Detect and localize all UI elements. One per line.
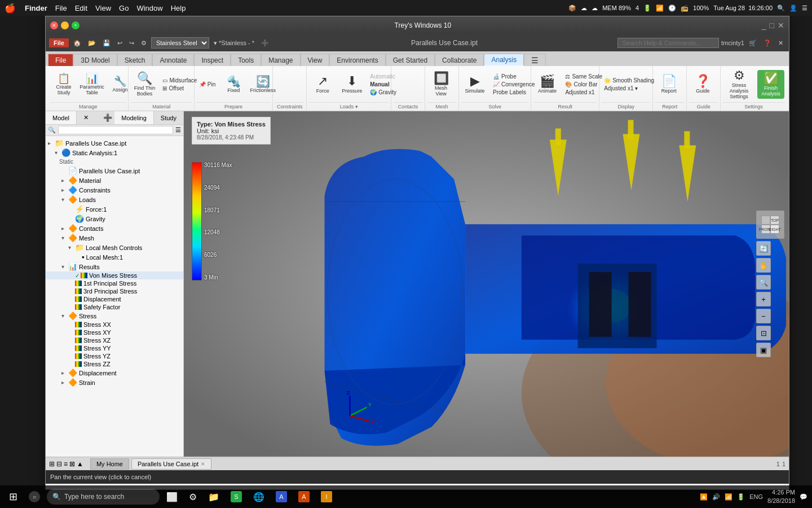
- volume-icon[interactable]: 🔊: [712, 493, 720, 501]
- zoom-out-btn[interactable]: −: [756, 309, 771, 323]
- cart-icon[interactable]: 🛒: [747, 38, 759, 48]
- orbit-btn[interactable]: 🔄: [756, 241, 771, 256]
- tab-file[interactable]: File: [48, 54, 73, 66]
- window-close-btn[interactable]: ✕: [50, 21, 58, 29]
- split-icon[interactable]: ⊠: [69, 460, 75, 468]
- pin-btn[interactable]: 📌 Pin: [197, 81, 218, 88]
- open-btn[interactable]: 📂: [86, 38, 98, 48]
- tree-results[interactable]: ▾ 📊 Results: [46, 262, 183, 271]
- 3d-viewport[interactable]: Y X Z Type: Von Mises Stress Unit: ksi 8…: [184, 111, 789, 457]
- tree-stress-yz[interactable]: Stress YZ: [46, 352, 183, 360]
- panel-search-input[interactable]: [58, 126, 173, 134]
- tree-displacement2[interactable]: ▸ 🔶 Displacement: [46, 368, 183, 378]
- help-search-input[interactable]: [617, 38, 719, 48]
- tab-myhome[interactable]: My Home: [90, 458, 129, 470]
- tree-von-mises[interactable]: ✓ Von Mises Stress: [46, 271, 183, 279]
- tree-3rd-principal[interactable]: 3rd Principal Stress: [46, 287, 183, 295]
- tree-stress-xy[interactable]: Stress XY: [46, 329, 183, 336]
- list-icon[interactable]: ≡: [64, 460, 68, 468]
- adjusted-btn[interactable]: Adjusted x1: [563, 89, 604, 96]
- find-thin-bodies-btn[interactable]: 🔍 Find ThinBodies: [131, 71, 158, 98]
- cortana-btn[interactable]: ○: [24, 488, 45, 506]
- menu-file[interactable]: File: [55, 4, 67, 12]
- add-btn[interactable]: ➕: [259, 38, 271, 48]
- taskbar-search[interactable]: 🔍 Type here to search: [47, 489, 160, 505]
- material-sub-select[interactable]: ▾ *Stainless - *: [211, 38, 257, 48]
- tab-tools[interactable]: Tools: [231, 54, 261, 66]
- battery-tray[interactable]: 🔋: [737, 493, 745, 501]
- panel-menu-icon[interactable]: ☰: [175, 126, 181, 134]
- tab-getstarted[interactable]: Get Started: [386, 54, 435, 66]
- cloud-icon[interactable]: ☁: [581, 5, 587, 12]
- force-btn[interactable]: ↗ Force: [309, 74, 336, 95]
- menu-go[interactable]: Go: [119, 4, 129, 12]
- win-restore-icon[interactable]: □: [770, 21, 774, 30]
- tree-stress-xz[interactable]: Stress XZ: [46, 336, 183, 344]
- tree-use-case-file[interactable]: 📄 Parallels Use Case.ipt: [46, 166, 183, 176]
- menu-window[interactable]: Window: [136, 4, 162, 12]
- window-close-x[interactable]: ✕: [776, 38, 785, 48]
- section-btn[interactable]: ▣: [756, 343, 771, 357]
- snagit-btn[interactable]: S: [226, 488, 246, 506]
- stress-analysis-settings-btn[interactable]: ⚙ Stress AnalysisSettings: [723, 68, 755, 100]
- tree-local-mesh1[interactable]: ▪ Local Mesh:1: [46, 252, 183, 262]
- menu-view[interactable]: View: [95, 4, 111, 12]
- start-button[interactable]: ⊞: [5, 488, 22, 506]
- pressure-btn[interactable]: ⬇ Pressure: [338, 74, 365, 95]
- tree-1st-principal[interactable]: 1st Principal Stress: [46, 279, 183, 287]
- guide-btn[interactable]: ❓ Guide: [689, 74, 716, 95]
- menu-finder[interactable]: Finder: [25, 4, 47, 12]
- cloud2-icon[interactable]: ☁: [592, 5, 598, 12]
- create-study-btn[interactable]: 📋 CreateStudy: [50, 72, 77, 97]
- tree-stress-xx[interactable]: Stress XX: [46, 321, 183, 329]
- offset-btn[interactable]: ⊞ Offset: [160, 85, 199, 92]
- tree-stress-zz[interactable]: Stress ZZ: [46, 360, 183, 368]
- fixed-btn[interactable]: 🔩 Fixed: [220, 75, 247, 94]
- network-icon[interactable]: 📶: [725, 493, 732, 501]
- properties-btn[interactable]: ⚙: [139, 38, 149, 48]
- tree-stress-group[interactable]: ▾ 🔶 Stress: [46, 311, 183, 321]
- probe-labels-btn[interactable]: Probe Labels: [491, 89, 537, 96]
- tab-3dmodel[interactable]: 3D Model: [73, 54, 117, 66]
- table-icon[interactable]: ⊟: [56, 460, 62, 468]
- material-select[interactable]: Stainless Steel: [151, 37, 209, 49]
- tab-view[interactable]: View: [301, 54, 330, 66]
- notifications-icon[interactable]: 💬: [800, 493, 807, 501]
- file-explorer-taskbar[interactable]: 📁: [204, 488, 224, 506]
- tree-contacts[interactable]: ▸ 🔶 Contacts: [46, 224, 183, 233]
- panel-tab-modeling[interactable]: Modeling: [114, 111, 154, 124]
- color-bar-btn[interactable]: 🎨 Color Bar: [563, 81, 604, 88]
- menu-list-icon[interactable]: ☰: [802, 5, 807, 12]
- tab-extra[interactable]: ☰: [524, 54, 546, 66]
- parametric-table-btn[interactable]: 📊 ParametricTable: [78, 72, 105, 97]
- panel-tab-study[interactable]: Study: [154, 111, 183, 124]
- finish-analysis-btn[interactable]: ✅ FinishAnalysis: [757, 70, 784, 99]
- tree-mesh[interactable]: ▾ 🔶 Mesh: [46, 233, 183, 243]
- tab-inspect[interactable]: Inspect: [194, 54, 231, 66]
- tree-safety-factor[interactable]: Safety Factor: [46, 303, 183, 311]
- tree-root-item[interactable]: ▸ 📁 Parallels Use Case.ipt: [46, 138, 183, 148]
- tab-collaborate[interactable]: Collaborate: [435, 54, 484, 66]
- task-view-btn[interactable]: ⬜: [162, 488, 182, 506]
- report-btn[interactable]: 📄 Report: [655, 74, 682, 95]
- zoom-in-btn[interactable]: +: [756, 292, 771, 306]
- smooth-shading-btn[interactable]: 🌟 Smooth Shading: [602, 77, 656, 84]
- tree-static-analysis[interactable]: ▾ 🔵 Static Analysis:1: [46, 148, 183, 157]
- user-avatar[interactable]: 👤: [789, 5, 797, 12]
- help-icon[interactable]: ❓: [761, 38, 774, 48]
- tab-sketch[interactable]: Sketch: [117, 54, 153, 66]
- convergence-btn[interactable]: 📈 Convergence: [491, 81, 537, 88]
- search-icon[interactable]: 🔍: [777, 5, 785, 12]
- animate-btn[interactable]: 🎬 Animate: [533, 74, 561, 95]
- apple-menu[interactable]: 🍎: [5, 3, 16, 14]
- app2-taskbar[interactable]: A: [294, 488, 314, 506]
- network-tray-icon[interactable]: 🔼: [700, 493, 708, 501]
- pan-btn[interactable]: ✋: [756, 258, 771, 273]
- file-menu-btn[interactable]: File: [49, 38, 69, 47]
- tree-displacement[interactable]: Displacement: [46, 295, 183, 303]
- save-btn[interactable]: 💾: [100, 38, 113, 48]
- panel-add-btn[interactable]: ➕: [101, 111, 114, 124]
- tree-constraints[interactable]: ▸ 🔷 Constraints: [46, 185, 183, 195]
- chrome-taskbar[interactable]: 🌐: [249, 488, 269, 506]
- panel-tab-x[interactable]: ✕: [77, 111, 95, 124]
